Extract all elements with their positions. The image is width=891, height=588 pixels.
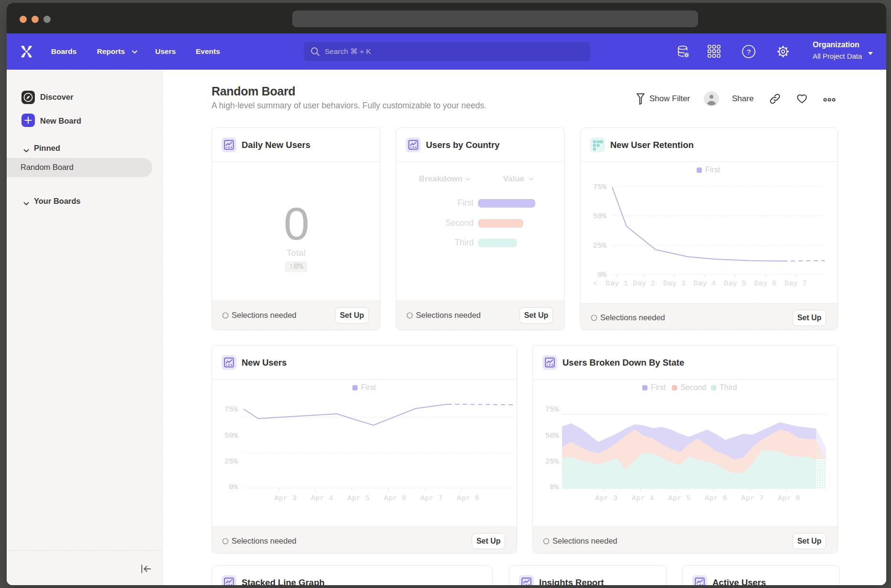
svg-text:50%: 50% [224,431,238,440]
svg-text:Day 3: Day 3 [663,280,686,288]
svg-text:75%: 75% [545,405,559,414]
svg-text:50%: 50% [593,212,607,220]
svg-text:Apr 5: Apr 5 [347,494,370,503]
svg-text:Day 1: Day 1 [605,280,628,288]
svg-text:Apr 7: Apr 7 [420,494,443,503]
svg-text:Apr 5: Apr 5 [668,494,690,503]
svg-text:75%: 75% [224,405,238,414]
svg-text:Apr 4: Apr 4 [632,494,654,503]
svg-text:25%: 25% [224,457,238,466]
svg-text:First: First [705,166,721,174]
svg-text:Apr 8: Apr 8 [457,494,479,503]
svg-text:Day 5: Day 5 [724,280,746,288]
svg-text:25%: 25% [593,242,607,250]
svg-text:Apr 8: Apr 8 [778,494,800,503]
svg-text:First: First [361,383,376,391]
svg-text:Apr 6: Apr 6 [705,494,727,503]
svg-text:Apr 7: Apr 7 [741,494,764,503]
svg-text:Day 2: Day 2 [633,280,655,288]
svg-text:25%: 25% [545,457,559,466]
svg-text:Day 6: Day 6 [754,280,776,288]
svg-text:0%: 0% [550,483,559,492]
svg-text:Apr 3: Apr 3 [595,494,617,503]
svg-text:Third: Third [720,383,737,391]
svg-text:Day 4: Day 4 [693,280,716,288]
svg-text:Apr 4: Apr 4 [311,494,333,503]
svg-text:Apr 6: Apr 6 [384,494,406,503]
svg-text:?: ? [747,48,751,56]
svg-text:<: < [593,280,597,288]
svg-text:Apr 3: Apr 3 [274,494,297,503]
svg-text:0%: 0% [229,483,238,492]
svg-text:First: First [651,383,666,391]
svg-text:Day 7: Day 7 [785,280,807,288]
svg-text:Second: Second [680,383,706,391]
svg-text:50%: 50% [545,431,559,440]
svg-text:0%: 0% [597,271,606,279]
svg-text:75%: 75% [593,183,607,191]
